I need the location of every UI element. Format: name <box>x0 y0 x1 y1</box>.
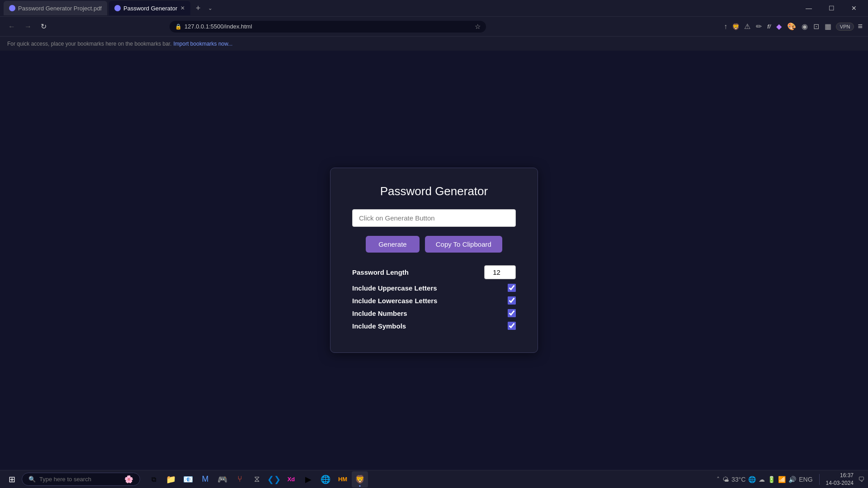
tab-pdf-icon <box>9 5 15 11</box>
system-tray: ˄ 🌤 33°C 🌐 ☁ 🔋 📶 🔊 ENG <box>717 476 813 483</box>
hm-button[interactable]: HM <box>335 471 351 488</box>
tab-overflow-button[interactable]: ⌄ <box>206 5 214 11</box>
share-icon[interactable]: ↑ <box>723 22 728 32</box>
address-bar-input-wrap[interactable]: 🔒 ☆ <box>170 21 486 33</box>
copy-button[interactable]: Copy To Clipboard <box>425 236 502 253</box>
lowercase-checkbox[interactable] <box>508 296 516 305</box>
bookmarks-hint-text: For quick access, place your bookmarks h… <box>7 41 172 47</box>
numbers-row: Include Numbers <box>352 309 516 317</box>
uppercase-label: Include Uppercase Letters <box>352 284 437 292</box>
brave-browser-button[interactable]: 🦁 <box>352 471 368 488</box>
pen-icon[interactable]: ✏ <box>755 21 763 32</box>
cloud-icon[interactable]: ☁ <box>759 476 765 483</box>
leo-icon[interactable]: ◆ <box>775 21 783 32</box>
tab-active-icon <box>114 5 121 11</box>
tray-divider <box>819 474 820 485</box>
bookmarks-bar: For quick access, place your bookmarks h… <box>0 36 868 51</box>
chevron-up-icon[interactable]: ˄ <box>717 476 720 483</box>
tab-active-label: Password Generator <box>123 5 177 12</box>
new-tab-button[interactable]: + <box>192 4 204 13</box>
tab-inactive-label: Password Generator Project.pdf <box>18 5 102 12</box>
network-icon[interactable]: 🌐 <box>748 476 756 483</box>
password-display-input[interactable] <box>352 209 516 227</box>
card-title: Password Generator <box>352 184 516 198</box>
system-clock[interactable]: 16:37 14-03-2024 <box>826 472 854 487</box>
weather-icon[interactable]: 🌤 <box>722 476 729 483</box>
font-icon[interactable]: f/ <box>766 22 772 31</box>
maximize-button[interactable]: ☐ <box>821 1 842 15</box>
vscode-button[interactable]: ❮❯ <box>266 471 282 488</box>
address-bar: ← → ↻ 🔒 ☆ ↑ 🦁 ⚠ ✏ f/ ◆ 🎨 ◉ ⊡ ▦ VPN ≡ <box>0 16 868 36</box>
tab-inactive[interactable]: Password Generator Project.pdf <box>4 1 107 15</box>
xd-button[interactable]: Xd <box>283 471 299 488</box>
minimize-button[interactable]: — <box>798 1 819 15</box>
bookmark-icon[interactable]: ☆ <box>475 23 481 31</box>
password-length-label: Password Length <box>352 268 409 276</box>
reload-button[interactable]: ↻ <box>38 20 49 33</box>
vpn-badge[interactable]: VPN <box>836 23 854 31</box>
main-content: Password Generator Generate Copy To Clip… <box>0 51 868 470</box>
title-bar: Password Generator Project.pdf Password … <box>0 0 868 16</box>
sidebar-icon[interactable]: ▦ <box>824 21 832 32</box>
lowercase-label: Include Lowercase Letters <box>352 297 437 305</box>
password-generator-card: Password Generator Generate Copy To Clip… <box>330 168 538 353</box>
git-button[interactable]: ⑂ <box>231 471 248 488</box>
toolbar-right: ↑ 🦁 ⚠ ✏ f/ ◆ 🎨 ◉ ⊡ ▦ VPN ≡ <box>723 21 863 32</box>
uppercase-row: Include Uppercase Letters <box>352 284 516 292</box>
close-window-button[interactable]: ✕ <box>844 1 864 15</box>
generate-button[interactable]: Generate <box>366 236 420 253</box>
taskbar-search-input[interactable] <box>39 476 121 483</box>
uppercase-checkbox[interactable] <box>508 284 516 292</box>
lowercase-row: Include Lowercase Letters <box>352 296 516 305</box>
numbers-label: Include Numbers <box>352 310 407 317</box>
language-indicator[interactable]: ENG <box>799 476 812 483</box>
battery-icon[interactable]: 🔋 <box>768 476 775 483</box>
notification-icon[interactable]: 🗨 <box>858 476 864 483</box>
taskbar-right: ˄ 🌤 33°C 🌐 ☁ 🔋 📶 🔊 ENG 16:37 14-03-2024 … <box>717 472 864 487</box>
clock-time: 16:37 <box>826 472 854 479</box>
taskbar-apps: ⧉ 📁 📧 M 🎮 ⑂ ⧖ ❮❯ Xd ▶ 🌐 HM 🦁 <box>146 471 368 488</box>
color-icon[interactable]: 🎨 <box>786 21 797 32</box>
taskbar-search-box[interactable]: 🔍 🌸 <box>22 473 140 486</box>
tab-close-button[interactable]: ✕ <box>180 5 185 11</box>
temperature-display: 33°C <box>731 476 745 483</box>
forward-button[interactable]: → <box>22 21 34 33</box>
address-input[interactable] <box>184 23 472 30</box>
wifi-icon[interactable]: 📶 <box>778 476 786 483</box>
numbers-checkbox[interactable] <box>508 309 516 317</box>
brave-shield-icon[interactable]: 🦁 <box>732 23 740 30</box>
chrome-button[interactable]: 🌐 <box>317 471 334 488</box>
start-button[interactable]: ⊞ <box>4 471 20 488</box>
browser-menu-icon[interactable]: ≡ <box>858 22 863 31</box>
figma-button[interactable]: ⧖ <box>249 471 265 488</box>
taskbar-search-icon: 🔍 <box>28 476 36 483</box>
split-view-icon[interactable]: ⊡ <box>812 21 820 32</box>
secure-icon: 🔒 <box>175 23 182 30</box>
symbols-row: Include Symbols <box>352 322 516 330</box>
options-table: Password Length Include Uppercase Letter… <box>352 265 516 330</box>
symbols-checkbox[interactable] <box>508 322 516 330</box>
dev-tools-button[interactable]: M <box>197 471 213 488</box>
taskbar-search-decoration: 🌸 <box>124 475 133 483</box>
volume-icon[interactable]: 🔊 <box>788 476 796 483</box>
taskbar: ⊞ 🔍 🌸 ⧉ 📁 📧 M 🎮 ⑂ ⧖ ❮❯ Xd ▶ 🌐 HM 🦁 ˄ 🌤 3… <box>0 470 868 488</box>
tab-active[interactable]: Password Generator ✕ <box>109 1 190 15</box>
video-button[interactable]: ▶ <box>300 471 316 488</box>
back-button[interactable]: ← <box>5 21 18 33</box>
xbox-button[interactable]: 🎮 <box>214 471 231 488</box>
brave-rewards-icon[interactable]: ⚠ <box>743 21 751 32</box>
brave-news-icon[interactable]: ◉ <box>801 21 809 32</box>
password-length-input[interactable] <box>484 265 516 279</box>
password-length-row: Password Length <box>352 265 516 279</box>
task-view-button[interactable]: ⧉ <box>146 471 162 488</box>
import-bookmarks-link[interactable]: Import bookmarks now... <box>174 41 233 47</box>
mail-button[interactable]: 📧 <box>180 471 196 488</box>
clock-date: 14-03-2024 <box>826 479 854 487</box>
file-explorer-button[interactable]: 📁 <box>163 471 179 488</box>
symbols-label: Include Symbols <box>352 322 406 330</box>
window-controls: — ☐ ✕ <box>798 1 864 15</box>
button-row: Generate Copy To Clipboard <box>352 236 516 253</box>
